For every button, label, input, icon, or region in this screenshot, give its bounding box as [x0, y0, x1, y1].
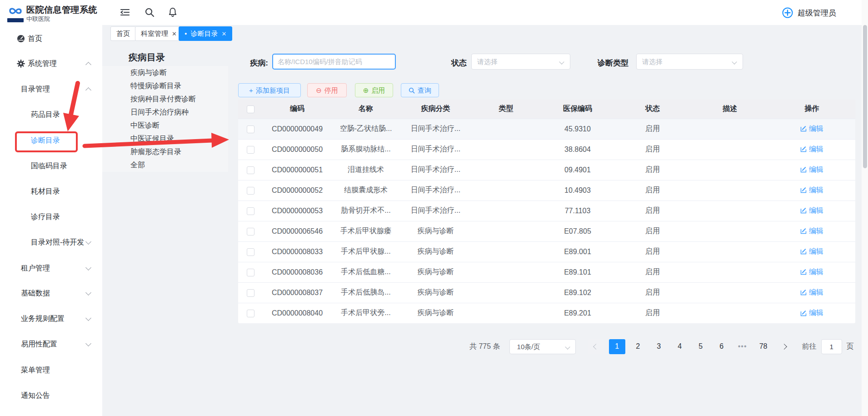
- edit-button[interactable]: 编辑: [800, 165, 823, 175]
- catalog-item[interactable]: 特慢病诊断目录: [102, 79, 228, 92]
- sidebar-item-consumable-catalog[interactable]: 耗材目录: [0, 182, 102, 200]
- close-icon[interactable]: ✕: [221, 31, 226, 37]
- cell-code: CD0000008040: [263, 303, 331, 323]
- table-row[interactable]: CD0000000051 泪道挂线术 日间手术治疗... 09.4901 启用 …: [238, 160, 855, 180]
- row-checkbox[interactable]: [247, 125, 254, 133]
- page-button-last[interactable]: 78: [755, 339, 772, 354]
- catalog-item[interactable]: 按病种目录付费诊断: [102, 92, 228, 105]
- sidebar-item-notice[interactable]: 通知公告: [0, 386, 102, 405]
- row-checkbox[interactable]: [247, 187, 254, 195]
- enable-button[interactable]: ⊕ 启用: [355, 83, 393, 97]
- table-row[interactable]: CD0000008036 手术后低血糖... 疾病与诊断 E89.101 启用 …: [238, 262, 855, 282]
- app-logo[interactable]: 医院信息管理系统 中联医院: [0, 0, 102, 27]
- sidebar-item-catalog-mapping[interactable]: 目录对照-待开发: [0, 233, 102, 251]
- goto-page-input[interactable]: [821, 339, 842, 354]
- bell-icon[interactable]: [167, 7, 178, 18]
- diagnosis-type-select[interactable]: 请选择: [636, 54, 743, 70]
- row-checkbox[interactable]: [247, 207, 254, 215]
- menu-collapse-icon[interactable]: [120, 7, 130, 18]
- row-checkbox[interactable]: [247, 166, 254, 174]
- sidebar-item-system-mgmt[interactable]: 系统管理: [0, 55, 102, 73]
- edit-button[interactable]: 编辑: [800, 247, 823, 256]
- disease-search-input[interactable]: [272, 54, 396, 70]
- close-icon[interactable]: ✕: [172, 31, 177, 37]
- edit-button-label: 编辑: [809, 124, 823, 134]
- edit-button[interactable]: 编辑: [800, 267, 823, 277]
- sidebar-item-treatment-catalog[interactable]: 诊疗目录: [0, 208, 102, 226]
- user-name: 超级管理员: [798, 8, 836, 18]
- status-select[interactable]: 请选择: [471, 54, 570, 70]
- edit-button[interactable]: 编辑: [800, 185, 823, 195]
- sidebar-item-menu-mgmt[interactable]: 菜单管理: [0, 361, 102, 379]
- add-item-button-label: 添加新项目: [256, 84, 290, 97]
- edit-button[interactable]: 编辑: [800, 288, 823, 297]
- edit-icon: [800, 248, 807, 255]
- catalog-item[interactable]: 疾病与诊断: [102, 66, 228, 79]
- cell-type: [471, 241, 541, 262]
- table-row[interactable]: CD0000008040 手术后甲状旁... 疾病与诊断 E89.201 启用 …: [238, 303, 855, 323]
- add-item-button[interactable]: + 添加新项目: [238, 83, 301, 97]
- edit-button[interactable]: 编辑: [800, 145, 823, 154]
- page-button-5[interactable]: 5: [693, 339, 709, 354]
- sidebar-item-business-rules[interactable]: 业务规则配置: [0, 310, 102, 328]
- row-checkbox[interactable]: [247, 269, 254, 276]
- prev-page-button[interactable]: [588, 339, 604, 354]
- table-row[interactable]: CD0000006546 手术后甲状腺瘘 疾病与诊断 E07.805 启用 编辑: [238, 221, 855, 241]
- edit-button[interactable]: 编辑: [800, 308, 823, 318]
- sidebar-item-diagnosis-catalog[interactable]: 诊断目录: [0, 131, 102, 150]
- table-row[interactable]: CD0000008033 手术后甲状腺... 疾病与诊断 E89.001 启用 …: [238, 241, 855, 262]
- catalog-item[interactable]: 中医诊断: [102, 119, 228, 132]
- page-button-3[interactable]: 3: [651, 339, 667, 354]
- edit-button[interactable]: 编辑: [800, 206, 823, 216]
- catalog-item[interactable]: 中医证候目录: [102, 132, 228, 145]
- sidebar-item-catalog-mgmt[interactable]: 目录管理: [0, 80, 102, 98]
- disable-button-label: 停用: [324, 84, 338, 97]
- row-checkbox[interactable]: [247, 289, 254, 297]
- cell-type: [471, 221, 541, 241]
- edit-button[interactable]: 编辑: [800, 226, 823, 236]
- cell-code: CD0000008037: [263, 282, 331, 303]
- select-all-checkbox[interactable]: [247, 105, 254, 113]
- edit-button-label: 编辑: [809, 206, 823, 216]
- page-size-select[interactable]: 10条/页: [509, 339, 576, 354]
- user-menu[interactable]: 超级管理员: [782, 6, 836, 20]
- sidebar-item-home[interactable]: 首页: [0, 30, 102, 48]
- table-row[interactable]: CD0000008037 手术后低胰岛... 疾病与诊断 E89.102 启用 …: [238, 282, 855, 303]
- table-row[interactable]: CD0000000052 结膜囊成形术 日间手术治疗... 10.4903 启用…: [238, 180, 855, 200]
- sidebar-item-base-data[interactable]: 基础数据: [0, 284, 102, 302]
- row-checkbox[interactable]: [247, 228, 254, 236]
- scrollbar-thumb[interactable]: [863, 25, 867, 168]
- tab-diagnosis-catalog[interactable]: ● 诊断目录 ✕: [179, 26, 232, 41]
- tab-dept-mgmt[interactable]: 科室管理 ✕: [135, 26, 183, 41]
- edit-button[interactable]: 编辑: [800, 124, 823, 134]
- cell-type: [471, 139, 541, 160]
- catalog-item[interactable]: 全部: [102, 158, 228, 171]
- row-checkbox[interactable]: [247, 146, 254, 154]
- sidebar-item-national-code-catalog[interactable]: 国临码目录: [0, 157, 102, 175]
- row-checkbox[interactable]: [247, 310, 254, 317]
- more-pages-icon[interactable]: •••: [734, 339, 751, 354]
- catalog-item[interactable]: 肿瘤形态学目录: [102, 145, 228, 158]
- next-page-button[interactable]: [776, 339, 793, 354]
- page-button-1[interactable]: 1: [609, 339, 625, 354]
- sidebar-item-drug-catalog[interactable]: 药品目录: [0, 105, 102, 124]
- search-icon[interactable]: [144, 7, 155, 18]
- catalog-item[interactable]: 日间手术治疗病种: [102, 105, 228, 119]
- sidebar-item-usability-config[interactable]: 易用性配置: [0, 335, 102, 353]
- table-row[interactable]: CD0000000053 肋骨切开术不... 日间手术治疗... 77.1103…: [238, 200, 855, 221]
- page-button-2[interactable]: 2: [630, 339, 646, 354]
- query-button[interactable]: 查询: [401, 83, 439, 97]
- table-row[interactable]: CD0000000049 空肠-乙状结肠... 日间手术治疗... 45.931…: [238, 119, 855, 139]
- row-checkbox[interactable]: [247, 248, 254, 256]
- cell-code: CD0000006546: [263, 221, 331, 241]
- page-button-4[interactable]: 4: [672, 339, 688, 354]
- sidebar-item-tenant-mgmt[interactable]: 租户管理: [0, 259, 102, 277]
- page-button-6[interactable]: 6: [713, 339, 730, 354]
- diagnosis-table: 编码 名称 疾病分类 类型 医保编码 状态 描述 操作 CD0000000049: [238, 100, 855, 323]
- sidebar-item-label: 耗材目录: [0, 182, 102, 200]
- cell-name: 泪道挂线术: [331, 160, 400, 180]
- cell-status: 启用: [614, 139, 691, 160]
- disable-button[interactable]: ⊖ 停用: [307, 83, 347, 97]
- table-row[interactable]: CD0000000050 肠系膜动脉结... 日间手术治疗... 38.8604…: [238, 139, 855, 160]
- tab-home[interactable]: 首页: [110, 26, 136, 41]
